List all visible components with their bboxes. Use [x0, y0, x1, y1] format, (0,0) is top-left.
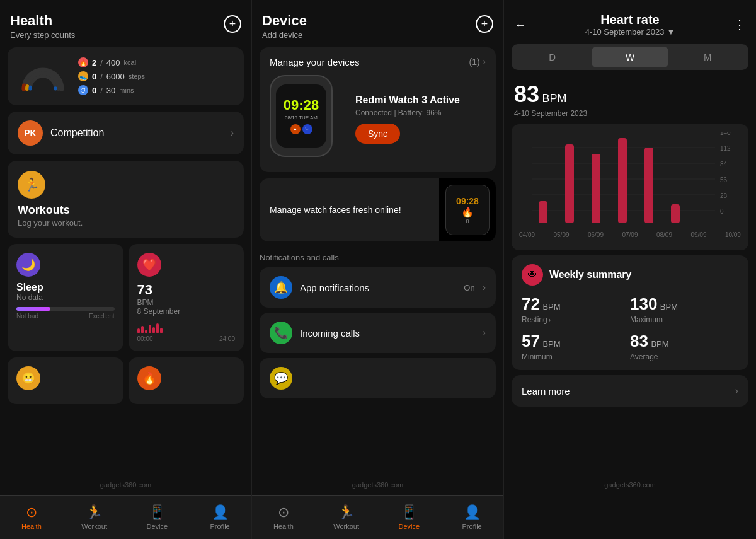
- heart-rate-chart: 140 112 84 56 28 0 04/09 05/09 06/09 07/…: [512, 124, 748, 250]
- heart-bar-4: [149, 325, 151, 333]
- maximum-value-row: 130 BPM: [630, 294, 738, 314]
- nav-m-health[interactable]: ⊙ Health: [252, 504, 315, 530]
- time-row: ⏱ 0 / 30 mins: [78, 85, 145, 95]
- weekly-header: 👁 Weekly summary: [522, 264, 738, 286]
- heart-bpm-unit: BPM: [137, 298, 236, 307]
- device-title: Device: [262, 13, 307, 29]
- app-notif-icon: 🔔: [270, 276, 292, 299]
- tab-w[interactable]: W: [592, 47, 668, 67]
- watch-ind-2: ♡: [302, 124, 312, 134]
- tab-d[interactable]: D: [514, 47, 590, 67]
- weekly-icon: 👁: [522, 264, 543, 286]
- watch-face-inner: 09:28 🔥 8: [445, 185, 490, 235]
- nav-health[interactable]: ⊙ Health: [0, 504, 63, 530]
- competition-label: Competition: [50, 127, 223, 139]
- back-button[interactable]: ←: [514, 18, 527, 32]
- x-label-2: 05/09: [553, 231, 569, 238]
- nav-workout-icon: 🏃: [86, 504, 103, 521]
- maximum-stat: 130 BPM Maximum: [630, 294, 738, 324]
- nav-m-device-label: Device: [399, 523, 420, 530]
- nav-workout[interactable]: 🏃 Workout: [63, 504, 126, 530]
- nav-m-workout-icon: 🏃: [338, 504, 355, 521]
- tab-m[interactable]: M: [670, 47, 746, 67]
- incoming-calls-item[interactable]: 📞 Incoming calls ›: [260, 313, 496, 353]
- sleep-bar-labels: Not bad Excellent: [16, 313, 115, 320]
- watermark-right: gadgets360.com: [604, 481, 655, 489]
- subtitle-arrow: ▼: [667, 27, 675, 37]
- heart-bar-5: [152, 327, 155, 333]
- app-notif-label: App notifications: [300, 282, 456, 293]
- period-tabs: D W M: [512, 44, 748, 70]
- sync-button[interactable]: Sync: [355, 124, 400, 144]
- weekly-stats-grid: 72 BPM Resting › 130 BPM Maximum 57 BPM: [522, 294, 738, 361]
- health-add-button[interactable]: +: [224, 15, 241, 33]
- heart-icon: ❤️: [137, 253, 161, 277]
- bpm-main-row: 83 BPM: [514, 81, 746, 108]
- minimum-unit: BPM: [542, 339, 560, 349]
- heart-bar-1: [137, 328, 140, 333]
- heart-rate-subtitle: 4-10 September 2023 ▼: [585, 27, 675, 37]
- watch-date-line: 08/16 TUE AM: [285, 115, 318, 120]
- activity-icon: 🔥: [137, 366, 161, 390]
- hr-bar-4: [618, 138, 627, 223]
- more-button[interactable]: ⋮: [733, 17, 746, 32]
- nav-m-health-label: Health: [273, 523, 294, 530]
- steps-value: 0: [92, 72, 96, 81]
- app-notif-value: On: [464, 283, 474, 293]
- calories-max: 400: [106, 58, 120, 67]
- minimum-value-row: 57 BPM: [522, 332, 630, 351]
- nav-device-icon: 📱: [149, 504, 166, 521]
- stress-card[interactable]: 😬: [8, 357, 123, 404]
- device-add-button[interactable]: +: [476, 15, 493, 33]
- activity-card-2[interactable]: 🔥: [129, 357, 244, 404]
- resting-unit: BPM: [542, 302, 560, 311]
- steps-row: 👟 0 / 6000 steps: [78, 71, 145, 81]
- x-label-6: 09/09: [690, 231, 706, 238]
- minimum-stat: 57 BPM Minimum: [522, 332, 630, 361]
- nav-profile[interactable]: 👤 Profile: [188, 504, 251, 530]
- time-label-right: 24:00: [219, 335, 235, 342]
- sleep-bar: [16, 307, 115, 311]
- time-unit: mins: [119, 86, 134, 94]
- competition-card[interactable]: PK Competition ›: [8, 112, 244, 154]
- heart-bar-6: [156, 323, 159, 333]
- app-notifications-item[interactable]: 🔔 App notifications On ›: [260, 267, 496, 308]
- notifications-section: Notifications and calls 🔔 App notificati…: [260, 248, 496, 398]
- bpm-main-date: 4-10 September 2023: [514, 109, 746, 118]
- heart-date: 8 September: [137, 307, 236, 316]
- heart-mini-chart: [137, 321, 236, 333]
- time-icon: ⏱: [78, 85, 88, 95]
- learn-more-card[interactable]: Learn more ›: [512, 375, 748, 407]
- nav-m-device[interactable]: 📱 Device: [378, 504, 441, 530]
- heart-rate-card[interactable]: ❤️ 73 BPM 8 September 00:00 24:00: [129, 244, 244, 351]
- calories-value: 2: [92, 58, 96, 67]
- activity-card: 🔥 2 / 400 kcal 👟 0 / 6000 steps ⏱ 0 / 30…: [8, 47, 244, 105]
- hr-bar-2: [565, 144, 574, 223]
- workouts-card[interactable]: 🏃 Workouts Log your workout.: [8, 161, 244, 238]
- sleep-card[interactable]: 🌙 Sleep No data Not bad Excellent: [8, 244, 123, 351]
- watch-ind-1: ▲: [290, 124, 301, 134]
- nav-m-workout[interactable]: 🏃 Workout: [315, 504, 378, 530]
- nav-m-workout-label: Workout: [333, 523, 359, 530]
- learn-more-chevron: ›: [735, 385, 738, 397]
- activity-arc-svg: [18, 61, 68, 92]
- health-title: Health: [10, 13, 75, 29]
- workouts-icon: 🏃: [18, 171, 45, 199]
- nav-device[interactable]: 📱 Device: [126, 504, 189, 530]
- device-section-header: Manage your devices (1) ›: [270, 56, 486, 67]
- nav-m-profile[interactable]: 👤 Profile: [440, 504, 503, 530]
- nav-m-profile-icon: 👤: [464, 504, 481, 521]
- third-notif-item[interactable]: 💬: [260, 358, 496, 398]
- y-label-28: 28: [720, 192, 728, 199]
- watch-face-card[interactable]: Manage watch faces fresh online! 09:28 🔥…: [260, 178, 496, 241]
- calls-label: Incoming calls: [300, 328, 475, 339]
- bpm-display: 83 BPM 4-10 September 2023: [504, 75, 756, 120]
- calls-icon: 📞: [270, 322, 292, 344]
- heart-rate-title: Heart rate: [585, 13, 675, 27]
- small-cards-row: 🌙 Sleep No data Not bad Excellent ❤️ 73 …: [8, 244, 244, 351]
- device-name: Redmi Watch 3 Active: [355, 95, 460, 106]
- device-header-content: Device Add device: [262, 13, 307, 40]
- time-value: 0: [92, 86, 96, 95]
- steps-max: 6000: [106, 72, 125, 81]
- y-label-84: 84: [720, 161, 728, 168]
